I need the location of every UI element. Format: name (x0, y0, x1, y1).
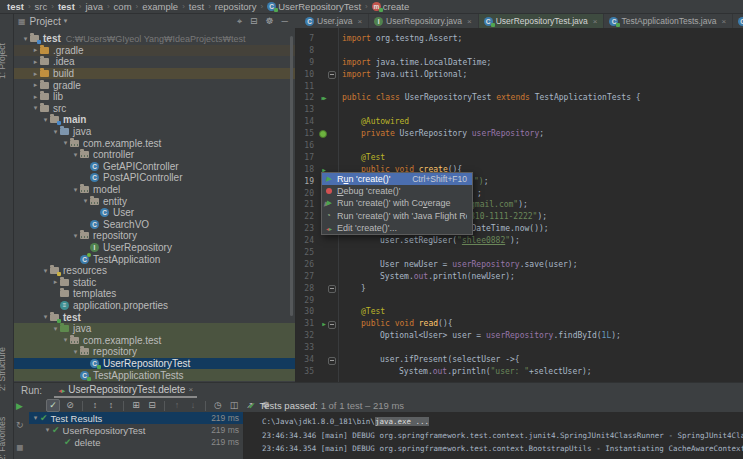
collapse-all-icon[interactable]: ⊟ (250, 14, 258, 28)
tree-item-resources[interactable]: ▾resources (13, 265, 295, 277)
tree-item-main[interactable]: ▾main (13, 114, 295, 126)
test-history-icon[interactable]: ◷ (212, 399, 224, 412)
tree-scrollbar[interactable] (290, 36, 293, 316)
close-icon[interactable]: × (593, 17, 598, 26)
chevron-right-icon[interactable]: ▸ (31, 70, 40, 78)
run-tab[interactable]: ◂▸ UserRepositoryTest.delete × (54, 382, 197, 398)
fold-icon[interactable] (328, 285, 336, 293)
run-gutter-icon[interactable]: ▶ (318, 318, 328, 330)
tool-window-favorites[interactable]: 2: Favorites (0, 417, 7, 459)
expand-all-icon[interactable]: ⊞ (130, 399, 142, 412)
tree-item-java[interactable]: ▾java (13, 323, 295, 335)
fold-icon[interactable] (328, 357, 336, 365)
tree-item-build[interactable]: ▸build (13, 68, 295, 80)
chevron-down-icon[interactable]: ▾ (51, 325, 60, 333)
tree-item-templates[interactable]: templates (13, 288, 295, 300)
stop-icon[interactable]: ◼ (16, 442, 23, 452)
close-icon[interactable]: × (357, 17, 362, 26)
import-results-icon[interactable]: ◫ (228, 399, 240, 412)
chevron-down-icon[interactable]: ▾ (41, 267, 50, 275)
tree-item-src[interactable]: ▾src (13, 103, 295, 115)
tree-item-static[interactable]: ▸static (13, 276, 295, 288)
tree-item-testapplicationtests[interactable]: CTestApplicationTests (13, 369, 295, 381)
chevron-down-icon[interactable]: ▾ (81, 197, 90, 205)
chevron-down-icon[interactable]: ▾ (71, 151, 80, 159)
close-icon[interactable]: × (721, 17, 726, 26)
breadcrumb-item-repository[interactable]: repository (215, 1, 257, 12)
test-row-userrepositorytest[interactable]: ▾✔UserRepositoryTest219 ms (29, 424, 243, 436)
prev-failed-icon[interactable]: ↑ (171, 399, 183, 412)
rerun-failed-icon[interactable]: ↻ (16, 420, 24, 430)
hide-icon[interactable]: ─ (282, 14, 288, 28)
chevron-down-icon[interactable]: ▾ (71, 232, 80, 240)
tree-item-test[interactable]: ▾test (13, 311, 295, 323)
breadcrumb-item-test[interactable]: test (58, 1, 75, 12)
collapse-all-icon[interactable]: ⊟ (146, 399, 158, 412)
test-row-delete[interactable]: ✔delete219 ms (29, 436, 243, 448)
test-row-test-results[interactable]: ▾✔Test Results219 ms (29, 412, 243, 424)
menu-item-debug-create[interactable]: Debug 'create()' (322, 185, 472, 197)
tree-item-gradle[interactable]: ▸.gradle (13, 45, 295, 57)
tree-item-userrepository[interactable]: IUserRepository (13, 242, 295, 254)
breadcrumb-item-test[interactable]: test (7, 1, 24, 12)
chevron-down-icon[interactable]: ▾ (64, 17, 68, 25)
tree-item-postapicontroller[interactable]: CPostAPIController (13, 172, 295, 184)
chevron-down-icon[interactable]: ▾ (71, 186, 80, 194)
tree-item-user[interactable]: CUser (13, 207, 295, 219)
breadcrumb-item-test[interactable]: test (189, 1, 204, 12)
menu-item-edit-create[interactable]: ◂▸Edit 'create()'... (322, 222, 472, 234)
tree-item-com-example-test[interactable]: ▾com.example.test (13, 137, 295, 149)
chevron-down-icon[interactable]: ▾ (51, 128, 60, 136)
filter-ignored-icon[interactable]: ⊘ (64, 399, 76, 412)
tab-testapplication-java[interactable]: CTestApplication.java× (733, 14, 743, 28)
tool-window-structure[interactable]: 2: Structure (0, 347, 7, 391)
sort-alpha-icon[interactable]: ↕ (105, 399, 117, 412)
tree-item-getapicontroller[interactable]: CGetAPIController (13, 161, 295, 173)
settings-icon[interactable]: ☸ (266, 14, 274, 28)
tab-userrepository-java[interactable]: IUserRepository.java× (369, 14, 479, 28)
chevron-down-icon[interactable]: ▾ (41, 313, 50, 321)
tree-item-model[interactable]: ▾model (13, 184, 295, 196)
tree-item-java[interactable]: ▾java (13, 126, 295, 138)
chevron-right-icon[interactable]: ▸ (31, 81, 40, 89)
menu-item-run-create-with-coverage[interactable]: ▶Run 'create()' with Coverage (322, 197, 472, 209)
chevron-down-icon[interactable]: ▾ (61, 336, 70, 344)
tab-userrepositorytest-java[interactable]: CUserRepositoryTest.java× (479, 14, 605, 28)
next-failed-icon[interactable]: ↓ (187, 399, 199, 412)
chevron-down-icon[interactable]: ▾ (71, 348, 80, 356)
fold-icon[interactable] (328, 71, 336, 79)
run-gutter-icon[interactable]: ▶▶ (318, 92, 328, 104)
sort-duration-icon[interactable]: ↕ (89, 399, 101, 412)
tree-item-entity[interactable]: ▾entity (13, 195, 295, 207)
tree-item-gradle[interactable]: ▸gradle (13, 79, 295, 91)
chevron-down-icon[interactable]: ▾ (41, 116, 50, 124)
chevron-down-icon[interactable]: ▾ (43, 426, 52, 434)
tab-user-java[interactable]: CUser.java× (300, 14, 369, 28)
tree-item-idea[interactable]: ▸.idea (13, 56, 295, 68)
chevron-down-icon[interactable]: ▾ (21, 35, 30, 43)
tree-item-searchvo[interactable]: CSearchVO (13, 219, 295, 231)
menu-item-run-create-with-java-flight-recorder[interactable]: ◔Run 'create()' with 'Java Flight Record… (322, 210, 472, 222)
project-panel-title[interactable]: Project (30, 16, 61, 27)
tree-item-application-properties[interactable]: ≡application.properties (13, 300, 295, 312)
tab-testapplicationtests-java[interactable]: CTestApplicationTests.java× (604, 14, 733, 28)
tree-item-repository[interactable]: ▾repository (13, 230, 295, 242)
breadcrumb-item-src[interactable]: src (35, 1, 48, 12)
tree-item-com-example-test[interactable]: ▾com.example.test (13, 334, 295, 346)
breadcrumb-item-create[interactable]: mcreate (372, 1, 409, 12)
filter-passed-icon[interactable]: ✓ (46, 399, 60, 412)
tree-item-controller[interactable]: ▾controller (13, 149, 295, 161)
breadcrumb-item-userrepositorytest[interactable]: CUserRepositoryTest (267, 1, 361, 12)
chevron-right-icon[interactable]: ▸ (31, 46, 40, 54)
locate-icon[interactable]: ⌖ (237, 14, 242, 28)
spring-bean-gutter-icon[interactable] (318, 128, 328, 140)
tree-item-test[interactable]: ▾testC:₩Users₩GIyeol Yang₩IdeaProjects₩t… (13, 33, 295, 45)
breadcrumb-item-example[interactable]: example (142, 1, 178, 12)
tree-item-testapplication[interactable]: CTestApplication (13, 253, 295, 265)
chevron-down-icon[interactable]: ▾ (31, 104, 40, 112)
breadcrumb-item-com[interactable]: com (114, 1, 132, 12)
tree-item-lib[interactable]: ▸lib (13, 91, 295, 103)
menu-item-run-create[interactable]: ▶Run 'create()'Ctrl+Shift+F10 (322, 173, 472, 185)
chevron-down-icon[interactable]: ▾ (31, 414, 40, 422)
chevron-right-icon[interactable]: ▸ (31, 58, 40, 66)
